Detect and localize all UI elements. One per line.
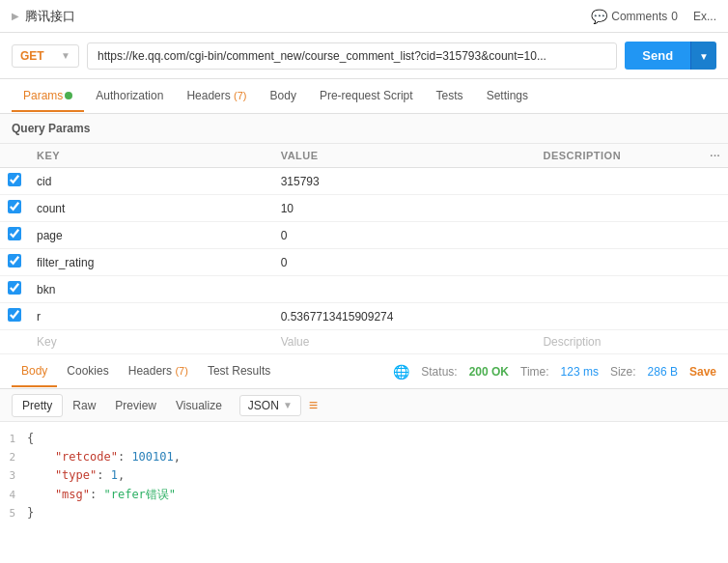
table-row: count 10 bbox=[0, 195, 728, 222]
row-checkbox-bkn[interactable] bbox=[8, 281, 21, 295]
col-checkbox bbox=[0, 144, 29, 168]
view-tab-pretty[interactable]: Pretty bbox=[12, 394, 63, 417]
empty-desc[interactable]: Description bbox=[535, 330, 702, 354]
visualize-label: Visualize bbox=[176, 399, 222, 412]
tab-authorization-label: Authorization bbox=[96, 89, 163, 102]
row-checkbox-filter[interactable] bbox=[8, 254, 21, 267]
url-input[interactable] bbox=[87, 42, 617, 70]
value-page: 0 bbox=[273, 222, 536, 249]
tab-body[interactable]: Body bbox=[259, 81, 308, 112]
col-more-header: ··· bbox=[702, 144, 728, 168]
resp-headers-count: (7) bbox=[175, 365, 187, 377]
desc-cid bbox=[535, 168, 702, 195]
json-key-msg: "msg" bbox=[27, 488, 90, 501]
key-cid: cid bbox=[29, 168, 273, 195]
status-value: 200 OK bbox=[469, 365, 509, 379]
row-checkbox-count[interactable] bbox=[8, 200, 21, 213]
line-num-1: 1 bbox=[0, 430, 27, 448]
value-count: 10 bbox=[273, 195, 536, 222]
key-count: count bbox=[29, 195, 273, 222]
key-page: page bbox=[29, 222, 273, 249]
tab-prerequest[interactable]: Pre-request Script bbox=[308, 81, 425, 112]
line-num-5: 5 bbox=[0, 504, 27, 522]
resp-tab-test-results[interactable]: Test Results bbox=[198, 356, 280, 387]
resp-tab-headers[interactable]: Headers (7) bbox=[119, 356, 198, 387]
format-chevron-icon: ▼ bbox=[283, 400, 293, 410]
table-row: bkn bbox=[0, 276, 728, 303]
view-tab-raw[interactable]: Raw bbox=[63, 395, 105, 416]
line-content-5: } bbox=[27, 504, 34, 522]
more-page bbox=[702, 222, 728, 249]
pretty-label: Pretty bbox=[22, 399, 52, 412]
params-section: Query Params KEY VALUE DESCRIPTION ··· c… bbox=[0, 114, 728, 354]
row-checkbox-r[interactable] bbox=[8, 308, 21, 322]
json-line-4: 4 "msg": "refer错误" bbox=[0, 486, 728, 504]
line-content-4: "msg": "refer错误" bbox=[27, 486, 176, 504]
resp-tab-cookies[interactable]: Cookies bbox=[57, 356, 118, 387]
row-checkbox-page[interactable] bbox=[8, 227, 21, 240]
json-val-retcode: 100101 bbox=[131, 450, 173, 464]
tab-tests-label: Tests bbox=[436, 89, 463, 102]
key-r: r bbox=[29, 303, 273, 330]
json-val-type: 1 bbox=[111, 468, 118, 482]
table-row: cid 315793 bbox=[0, 168, 728, 195]
query-params-header: Query Params bbox=[0, 114, 728, 144]
wrap-button[interactable]: ≡ bbox=[309, 397, 318, 414]
format-select[interactable]: JSON ▼ bbox=[239, 395, 301, 416]
request-tab-bar: Params Authorization Headers (7) Body Pr… bbox=[0, 79, 728, 114]
more-bkn bbox=[702, 276, 728, 303]
json-line-5: 5 } bbox=[0, 504, 728, 522]
response-status-area: 🌐 Status: 200 OK Time: 123 ms Size: 286 … bbox=[393, 364, 716, 380]
value-filter: 0 bbox=[273, 249, 536, 276]
time-label: Time: bbox=[520, 365, 549, 379]
empty-row: Key Value Description bbox=[0, 330, 728, 354]
empty-value[interactable]: Value bbox=[273, 330, 536, 354]
empty-more bbox=[702, 330, 728, 354]
tab-headers[interactable]: Headers (7) bbox=[175, 81, 258, 112]
send-dropdown-button[interactable]: ▼ bbox=[690, 42, 716, 70]
value-r: 0.5367713415909274 bbox=[273, 303, 536, 330]
comments-icon: 💬 bbox=[591, 9, 607, 24]
size-label: Size: bbox=[610, 365, 636, 379]
send-dropdown-icon: ▼ bbox=[699, 51, 709, 62]
resp-tab-body[interactable]: Body bbox=[12, 356, 57, 387]
tab-tests[interactable]: Tests bbox=[425, 81, 475, 112]
save-link[interactable]: Save bbox=[689, 365, 716, 379]
tab-settings-label: Settings bbox=[487, 89, 528, 102]
window-title: 腾讯接口 bbox=[25, 8, 75, 25]
json-line-1: 1 { bbox=[0, 430, 728, 448]
empty-key[interactable]: Key bbox=[29, 330, 273, 354]
extra-label: Ex... bbox=[693, 10, 716, 23]
view-tab-preview[interactable]: Preview bbox=[105, 395, 166, 416]
table-row: page 0 bbox=[0, 222, 728, 249]
query-params-label: Query Params bbox=[12, 122, 90, 135]
tab-params-label: Params bbox=[23, 89, 63, 102]
line-content-2: "retcode": 100101, bbox=[27, 448, 181, 466]
comments-button[interactable]: 💬 Comments 0 bbox=[591, 9, 678, 24]
json-key-retcode: "retcode" bbox=[27, 450, 118, 464]
json-val-msg: "refer错误" bbox=[103, 488, 176, 501]
size-value: 286 B bbox=[648, 365, 678, 379]
method-label: GET bbox=[20, 49, 44, 63]
tab-settings[interactable]: Settings bbox=[475, 81, 540, 112]
more-count bbox=[702, 195, 728, 222]
desc-page bbox=[535, 222, 702, 249]
desc-bkn bbox=[535, 276, 702, 303]
view-tab-visualize[interactable]: Visualize bbox=[166, 395, 232, 416]
desc-filter bbox=[535, 249, 702, 276]
line-content-1: { bbox=[27, 430, 34, 448]
more-r bbox=[702, 303, 728, 330]
tab-authorization[interactable]: Authorization bbox=[84, 81, 175, 112]
headers-count: (7) bbox=[234, 90, 246, 101]
col-desc-header: DESCRIPTION bbox=[535, 144, 702, 168]
key-filter: filter_rating bbox=[29, 249, 273, 276]
response-tab-bar: Body Cookies Headers (7) Test Results 🌐 … bbox=[0, 354, 728, 389]
method-select[interactable]: GET ▼ bbox=[12, 44, 79, 68]
row-checkbox-cid[interactable] bbox=[8, 173, 21, 186]
line-num-2: 2 bbox=[0, 448, 27, 466]
send-button[interactable]: Send bbox=[625, 42, 690, 70]
tab-params[interactable]: Params bbox=[12, 81, 84, 112]
col-key-header: KEY bbox=[29, 144, 273, 168]
more-filter bbox=[702, 249, 728, 276]
time-value: 123 ms bbox=[561, 365, 599, 379]
